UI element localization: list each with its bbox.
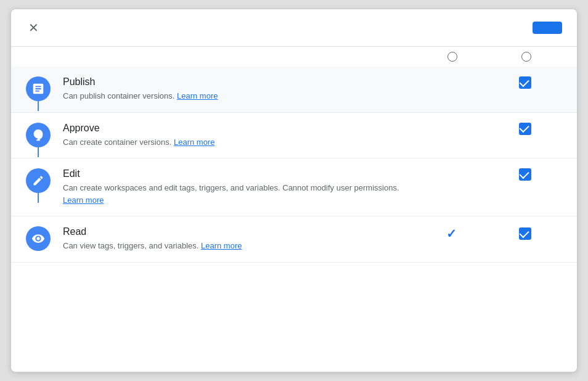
inherited-cell-read: ✓ [414, 226, 488, 241]
perm-desc-edit: Can create workspaces and edit tags, tri… [63, 182, 404, 206]
check-cols-read: ✓ [404, 226, 562, 241]
perm-name-approve: Approve [63, 123, 404, 134]
done-button[interactable] [533, 22, 562, 34]
approve-icon [26, 123, 51, 147]
perm-name-read: Read [63, 226, 404, 237]
check-cols-edit [404, 168, 562, 181]
permission-row-edit: Edit Can create workspaces and edit tags… [11, 158, 577, 216]
learn-more-publish[interactable]: Learn more [177, 91, 218, 100]
learn-more-approve[interactable]: Learn more [174, 137, 214, 147]
direct-checkbox-read[interactable] [519, 227, 531, 240]
connector-line [38, 147, 39, 157]
content-edit: Edit Can create workspaces and edit tags… [63, 168, 404, 206]
direct-help-icon[interactable] [521, 52, 531, 62]
icon-col-approve [26, 123, 51, 147]
direct-cell-edit[interactable] [488, 168, 562, 181]
direct-checkbox-publish[interactable] [519, 76, 531, 89]
permission-row-publish: Publish Can publish container versions. … [11, 67, 577, 113]
check-cols-approve [404, 123, 562, 135]
content-read: Read Can view tags, triggers, and variab… [63, 226, 404, 252]
direct-cell-read[interactable] [488, 227, 562, 240]
perm-name-publish: Publish [63, 76, 404, 88]
permission-row-approve: Approve Can create container versions. L… [11, 113, 577, 159]
direct-checkbox-edit[interactable] [519, 168, 531, 181]
perm-name-edit: Edit [63, 168, 404, 179]
perm-desc-read: Can view tags, triggers, and variables. … [63, 240, 404, 252]
icon-col-read [26, 226, 51, 251]
read-icon [26, 226, 51, 251]
dialog-header: ✕ [11, 9, 577, 47]
perm-desc-approve: Can create container versions. Learn mor… [63, 136, 404, 149]
perm-desc-publish: Can publish container versions. Learn mo… [63, 90, 404, 102]
inherited-column-header [414, 52, 488, 62]
permissions-list: Publish Can publish container versions. … [11, 67, 577, 263]
learn-more-read[interactable]: Learn more [201, 241, 242, 250]
close-button[interactable]: ✕ [26, 19, 41, 36]
edit-icon [26, 168, 51, 193]
icon-col-edit [26, 168, 51, 193]
connector-line [38, 193, 39, 203]
content-approve: Approve Can create container versions. L… [63, 123, 404, 149]
close-icon: ✕ [28, 22, 39, 34]
direct-column-header [488, 52, 562, 62]
direct-checkbox-approve[interactable] [519, 123, 531, 135]
set-permissions-dialog: ✕ Publish Can publish con [10, 9, 578, 372]
direct-cell-approve[interactable] [488, 123, 562, 135]
inherited-checkmark-read: ✓ [446, 226, 457, 241]
check-cols-publish [404, 76, 562, 89]
learn-more-edit[interactable]: Learn more [63, 195, 104, 205]
icon-col-publish [26, 76, 51, 101]
connector-line [38, 101, 39, 111]
publish-icon [26, 76, 51, 101]
direct-cell-publish[interactable] [488, 76, 562, 89]
inherited-help-icon[interactable] [447, 52, 457, 62]
content-publish: Publish Can publish container versions. … [63, 76, 404, 102]
permission-row-read: Read Can view tags, triggers, and variab… [11, 216, 577, 263]
column-headers [11, 47, 577, 67]
